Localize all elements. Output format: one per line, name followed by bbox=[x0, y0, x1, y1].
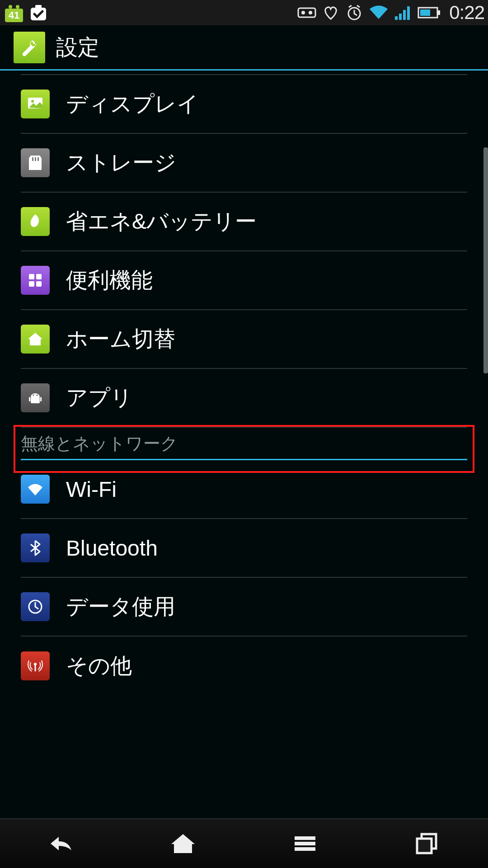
svg-rect-20 bbox=[35, 157, 36, 161]
svg-rect-10 bbox=[395, 16, 398, 20]
status-time: 0:22 bbox=[449, 2, 484, 24]
vr-icon bbox=[297, 5, 316, 20]
navigation-bar bbox=[0, 818, 488, 868]
more-icon bbox=[21, 651, 50, 680]
svg-rect-16 bbox=[420, 9, 430, 16]
display-icon bbox=[21, 90, 50, 118]
item-label: ストレージ bbox=[66, 148, 176, 177]
nav-home-button[interactable] bbox=[122, 819, 244, 868]
home-icon bbox=[21, 325, 50, 354]
page-title: 設定 bbox=[56, 33, 99, 62]
svg-rect-24 bbox=[29, 281, 34, 287]
item-label: 便利機能 bbox=[66, 266, 153, 295]
svg-rect-21 bbox=[38, 157, 39, 161]
svg-rect-27 bbox=[29, 397, 30, 401]
svg-rect-28 bbox=[40, 397, 42, 401]
bluetooth-icon bbox=[21, 533, 50, 562]
svg-point-29 bbox=[33, 395, 34, 396]
item-label: アプリ bbox=[66, 383, 132, 412]
settings-item-display[interactable]: ディスプレイ bbox=[21, 75, 467, 134]
status-bar: 41 0:22 bbox=[0, 0, 488, 25]
svg-point-1 bbox=[9, 5, 12, 9]
svg-point-7 bbox=[301, 11, 305, 14]
apps-icon bbox=[21, 383, 50, 412]
battery-status-icon bbox=[418, 6, 441, 19]
svg-rect-23 bbox=[36, 274, 42, 279]
item-label: 省エネ&バッテリー bbox=[66, 207, 257, 236]
item-label: ディスプレイ bbox=[66, 90, 199, 118]
settings-list-container: ディスプレイ ストレージ 省エネ&バッテリー 便利機能 ホーム切替 bbox=[0, 71, 488, 818]
settings-item-data[interactable]: データ使用 bbox=[21, 578, 467, 637]
grid-icon bbox=[21, 266, 50, 295]
svg-rect-22 bbox=[29, 274, 34, 279]
item-label: その他 bbox=[66, 651, 132, 680]
item-label: Bluetooth bbox=[66, 536, 158, 561]
section-header-network: 無線とネットワーク bbox=[21, 428, 467, 460]
nav-recent-button[interactable] bbox=[366, 819, 488, 868]
settings-list[interactable]: ディスプレイ ストレージ 省エネ&バッテリー 便利機能 ホーム切替 bbox=[0, 71, 488, 695]
svg-rect-25 bbox=[36, 281, 42, 287]
briefcase-check-icon bbox=[28, 2, 49, 23]
section-label: 無線とネットワーク bbox=[21, 432, 178, 455]
wifi-icon bbox=[21, 475, 50, 504]
settings-item-home-switch[interactable]: ホーム切替 bbox=[21, 310, 467, 369]
svg-text:41: 41 bbox=[9, 9, 19, 21]
settings-header: 設定 bbox=[0, 25, 488, 71]
heart-sync-icon bbox=[322, 5, 340, 21]
svg-rect-26 bbox=[31, 397, 40, 403]
battery-icon bbox=[21, 207, 50, 236]
svg-rect-35 bbox=[295, 847, 315, 851]
status-right: 0:22 bbox=[297, 2, 484, 24]
svg-rect-37 bbox=[417, 839, 432, 853]
svg-rect-19 bbox=[32, 157, 33, 161]
signal-icon bbox=[394, 5, 412, 21]
settings-item-wifi[interactable]: Wi-Fi bbox=[21, 460, 467, 519]
settings-item-more[interactable]: その他 bbox=[21, 637, 467, 695]
status-left: 41 bbox=[4, 2, 49, 23]
nav-back-button[interactable] bbox=[0, 819, 122, 868]
svg-rect-33 bbox=[295, 836, 315, 840]
storage-icon bbox=[21, 148, 50, 177]
item-label: ホーム切替 bbox=[66, 325, 175, 354]
svg-rect-12 bbox=[403, 10, 406, 20]
svg-rect-6 bbox=[298, 8, 315, 17]
settings-item-apps[interactable]: アプリ bbox=[21, 369, 467, 428]
wifi-status-icon bbox=[369, 5, 389, 21]
svg-point-2 bbox=[16, 5, 19, 9]
svg-point-8 bbox=[309, 11, 312, 14]
svg-rect-15 bbox=[438, 10, 440, 15]
android-badge-icon: 41 bbox=[4, 2, 24, 23]
settings-item-battery[interactable]: 省エネ&バッテリー bbox=[21, 193, 467, 251]
settings-item-bluetooth[interactable]: Bluetooth bbox=[21, 519, 467, 578]
alarm-icon bbox=[345, 4, 363, 22]
svg-rect-5 bbox=[35, 5, 42, 9]
item-label: Wi-Fi bbox=[66, 477, 117, 502]
svg-rect-13 bbox=[407, 6, 410, 20]
wrench-icon bbox=[14, 32, 45, 63]
svg-point-30 bbox=[37, 395, 38, 396]
settings-item-utilities[interactable]: 便利機能 bbox=[21, 251, 467, 310]
nav-menu-button[interactable] bbox=[244, 819, 366, 868]
svg-point-18 bbox=[31, 100, 34, 103]
svg-rect-34 bbox=[295, 842, 315, 845]
settings-item-partial[interactable] bbox=[21, 71, 467, 75]
data-icon bbox=[21, 592, 50, 621]
settings-item-storage[interactable]: ストレージ bbox=[21, 134, 467, 193]
item-label: データ使用 bbox=[66, 592, 175, 621]
svg-rect-11 bbox=[399, 14, 402, 20]
